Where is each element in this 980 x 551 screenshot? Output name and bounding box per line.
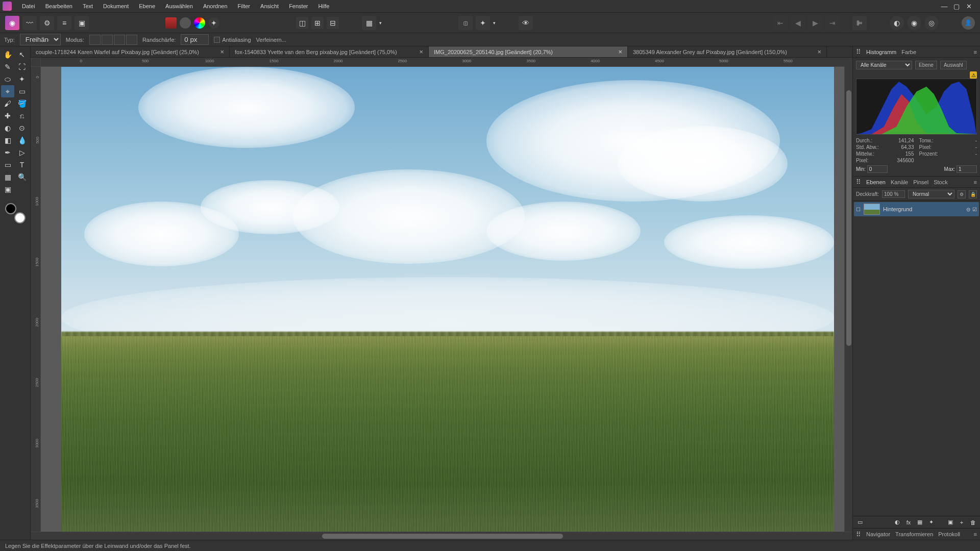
selection-new-icon[interactable]: ◫ (296, 17, 308, 29)
account-avatar-icon[interactable]: 👤 (962, 16, 975, 30)
add-fx-icon[interactable]: fx (904, 518, 913, 527)
panel-drag-icon[interactable]: ⠿ (856, 531, 861, 538)
vertical-scrollbar[interactable] (844, 67, 852, 532)
mode-new-icon[interactable] (89, 35, 101, 45)
antialias-checkbox[interactable]: Antialiasing (214, 37, 251, 43)
tab-navigator[interactable]: Navigator (866, 531, 890, 537)
blur-tool-icon[interactable]: 💧 (15, 134, 29, 146)
tab-ebenen[interactable]: Ebenen (866, 179, 886, 185)
help-icon[interactable]: ◎ (924, 16, 939, 30)
menu-hilfe[interactable]: Hilfe (313, 1, 334, 11)
layer-lock-icon[interactable]: 🔒 (969, 190, 977, 198)
chevron-down-icon[interactable]: ▾ (493, 20, 496, 26)
persona-export-icon[interactable]: ▣ (75, 16, 89, 30)
target-icon[interactable]: ✦ (476, 16, 490, 30)
menu-dokument[interactable]: Dokument (98, 1, 134, 11)
heal-tool-icon[interactable]: ✚ (1, 110, 14, 122)
erase-tool-icon[interactable]: ◧ (1, 134, 14, 146)
arrange-forward-icon[interactable]: ▶ (808, 16, 822, 30)
persona-develop-icon[interactable]: ⚙ (40, 16, 54, 30)
tab-protokoll[interactable]: Protokoll (938, 531, 960, 537)
menu-filter[interactable]: Filter (233, 1, 255, 11)
channel-select[interactable]: Alle Kanäle (856, 61, 912, 69)
tab-histogram[interactable]: Histogramm (866, 49, 896, 55)
menu-datei[interactable]: Datei (17, 1, 40, 11)
quickmask-icon[interactable]: ▦ (362, 16, 376, 30)
selection-add-icon[interactable]: ⊞ (311, 17, 324, 29)
node-tool-icon[interactable]: ▷ (15, 146, 29, 159)
refine-button[interactable]: Verfeinern... (256, 37, 286, 43)
vertical-ruler[interactable]: 0 500 1000 1500 2000 2500 3000 3500 (31, 67, 41, 532)
tab-transformieren[interactable]: Transformieren (895, 531, 933, 537)
add-live-icon[interactable]: ✦ (927, 518, 935, 527)
shape-tool-icon[interactable]: ▭ (1, 159, 14, 171)
close-tab-icon[interactable]: × (813, 48, 821, 56)
menu-bearbeiten[interactable]: Bearbeiten (40, 1, 78, 11)
panel-menu-icon[interactable]: ≡ (974, 531, 977, 537)
stock-icon[interactable]: ◐ (890, 16, 904, 30)
menu-fenster[interactable]: Fenster (284, 1, 313, 11)
document-tab[interactable]: couple-1718244 Karen Warfel auf Pixabay.… (31, 46, 230, 57)
move-tool-icon[interactable]: ↖ (15, 48, 29, 61)
persona-liquify-icon[interactable]: 〰 (22, 16, 37, 30)
align-icon[interactable]: ⊫ (852, 16, 867, 30)
mode-sub-icon[interactable] (114, 35, 125, 45)
layer-visibility-icon[interactable]: ☐ (856, 207, 861, 212)
scrollbar-thumb[interactable] (322, 534, 563, 539)
hand-tool-icon[interactable]: ✋ (1, 48, 14, 61)
horizontal-ruler[interactable]: 0 500 1000 1500 2000 2500 3000 3500 4000… (41, 58, 844, 67)
tab-kanale[interactable]: Kanäle (891, 179, 908, 185)
zoom-tool-icon[interactable]: 🔍 (15, 171, 29, 183)
panel-drag-icon[interactable]: ⠿ (856, 48, 861, 56)
selection-brush-tool-icon[interactable]: ⬭ (1, 73, 14, 85)
tab-color[interactable]: Farbe (901, 49, 916, 55)
close-tab-icon[interactable]: × (216, 48, 224, 56)
background-color-swatch[interactable] (5, 203, 16, 214)
persona-photo-icon[interactable]: ◉ (5, 16, 19, 30)
fill-tool-icon[interactable]: 🪣 (15, 97, 29, 110)
mask-icon[interactable]: ▭ (856, 518, 864, 527)
panel-drag-icon[interactable]: ⠿ (856, 178, 861, 186)
add-mask-icon[interactable]: ▦ (916, 518, 924, 527)
menu-anordnen[interactable]: Anordnen (198, 1, 233, 11)
marquee-tool-icon[interactable]: ▭ (15, 85, 29, 97)
dodge-tool-icon[interactable]: ◐ (1, 122, 14, 134)
brush-tool-icon[interactable]: 🖌 (1, 97, 14, 110)
pen-tool-icon[interactable]: ✒ (1, 146, 14, 159)
crop-tool-icon[interactable]: ⛶ (15, 61, 29, 73)
preview-icon[interactable]: 👁 (519, 16, 533, 30)
panel-menu-icon[interactable]: ≡ (974, 49, 977, 55)
scope-auswahl-button[interactable]: Auswahl (940, 61, 967, 69)
layer-link-icon[interactable]: ⊝ (966, 207, 970, 212)
arrange-back-icon[interactable]: ⇤ (773, 16, 788, 30)
color-swatches[interactable] (5, 203, 26, 223)
persona-tone-icon[interactable]: ≡ (57, 16, 71, 30)
max-input[interactable] (957, 165, 977, 173)
add-layer-icon[interactable]: + (958, 518, 966, 527)
mode-intersect-icon[interactable] (126, 35, 137, 45)
scrollbar-thumb[interactable] (846, 90, 851, 346)
autowb-icon[interactable]: ✦ (208, 17, 219, 29)
freehand-select-tool-icon[interactable]: ⌖ (1, 85, 14, 97)
color-picker-tool-icon[interactable]: ✎ (1, 61, 14, 73)
layer-fx-icon[interactable]: ⚙ (958, 190, 966, 198)
canvas[interactable] (41, 67, 844, 532)
feather-input[interactable] (181, 34, 209, 45)
opacity-input[interactable]: 100 % (882, 190, 905, 198)
document-tab[interactable]: 3805349 Alexander Grey auf Pixabay.jpg [… (628, 46, 827, 57)
close-icon[interactable]: ✕ (965, 3, 972, 10)
autolevels-icon[interactable] (165, 17, 177, 29)
clone-tool-icon[interactable]: ⎌ (15, 110, 29, 122)
layer-item[interactable]: ☐ Hintergrund ⊝☑ (854, 202, 979, 216)
horizontal-scrollbar[interactable] (31, 532, 852, 540)
menu-ansicht[interactable]: Ansicht (255, 1, 284, 11)
menu-auswaehlen[interactable]: Auswählen (160, 1, 198, 11)
close-tab-icon[interactable]: × (614, 48, 622, 56)
min-input[interactable] (867, 165, 888, 173)
arrange-front-icon[interactable]: ⇥ (825, 16, 840, 30)
menu-ebene[interactable]: Ebene (134, 1, 160, 11)
layer-checkbox-icon[interactable]: ☑ (972, 207, 977, 212)
stamp-tool-icon[interactable]: ⊙ (15, 122, 29, 134)
view-tool-icon[interactable]: ▣ (1, 183, 14, 195)
text-tool-icon[interactable]: T (15, 159, 29, 171)
